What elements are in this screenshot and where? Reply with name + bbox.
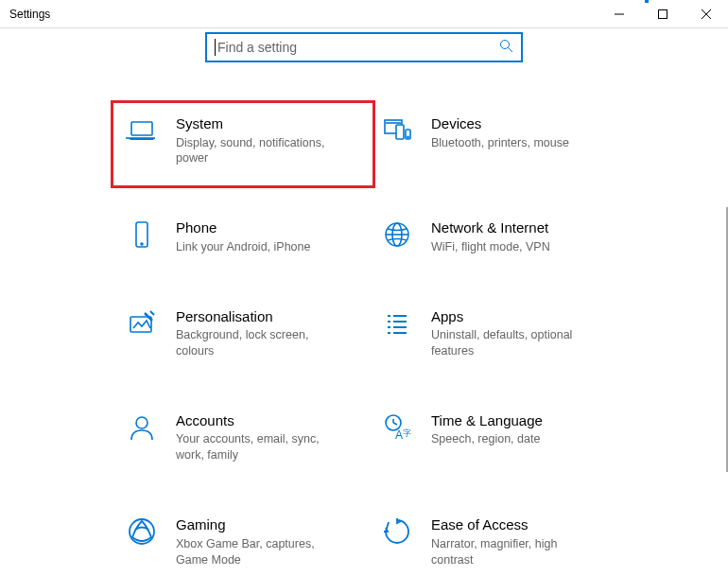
ease-of-access-icon xyxy=(380,515,414,550)
close-button[interactable] xyxy=(685,0,728,27)
category-description: Uninstall, defaults, optional features xyxy=(431,327,592,359)
personalisation-icon xyxy=(125,307,159,341)
svg-point-12 xyxy=(407,136,408,137)
category-text: Ease of AccessNarrator, magnifier, high … xyxy=(431,515,616,567)
category-description: Narrator, magnifier, high contrast xyxy=(431,536,592,568)
category-title: Devices xyxy=(431,114,616,133)
category-gaming[interactable]: GamingXbox Game Bar, captures, Game Mode xyxy=(125,515,361,567)
category-text: SystemDisplay, sound, notifications, pow… xyxy=(176,114,361,166)
minimize-icon xyxy=(615,9,624,19)
category-description: Your accounts, email, sync, work, family xyxy=(176,431,337,463)
close-icon xyxy=(702,9,711,19)
window-controls xyxy=(598,0,728,27)
category-description: Link your Android, iPhone xyxy=(176,239,337,255)
category-text: PersonalisationBackground, lock screen, … xyxy=(176,307,361,359)
svg-line-5 xyxy=(509,47,513,52)
category-devices[interactable]: DevicesBluetooth, printers, mouse xyxy=(380,114,616,166)
search-icon xyxy=(499,39,513,57)
category-title: Ease of Access xyxy=(431,515,616,534)
category-phone[interactable]: PhoneLink your Android, iPhone xyxy=(125,218,361,254)
category-description: Speech, region, date xyxy=(431,431,592,447)
category-personalisation[interactable]: PersonalisationBackground, lock screen, … xyxy=(125,307,361,359)
category-ease[interactable]: Ease of AccessNarrator, magnifier, high … xyxy=(380,515,616,567)
maximize-icon xyxy=(658,9,667,19)
accent-strip xyxy=(645,0,649,3)
phone-icon xyxy=(125,218,159,253)
category-network[interactable]: Network & InternetWiFi, flight mode, VPN xyxy=(380,218,616,254)
svg-rect-6 xyxy=(131,122,152,135)
category-text: GamingXbox Game Bar, captures, Game Mode xyxy=(176,515,361,567)
category-title: System xyxy=(176,114,361,133)
laptop-icon xyxy=(125,114,159,148)
category-description: Display, sound, notifications, power xyxy=(176,135,337,167)
category-title: Apps xyxy=(431,307,616,326)
time-language-icon: A字 xyxy=(380,411,414,445)
category-title: Gaming xyxy=(176,515,361,534)
category-title: Accounts xyxy=(176,411,361,430)
text-cursor xyxy=(215,39,216,56)
svg-point-4 xyxy=(501,40,510,48)
category-system[interactable]: SystemDisplay, sound, notifications, pow… xyxy=(111,100,375,188)
devices-icon xyxy=(380,114,414,148)
svg-point-33 xyxy=(130,519,154,544)
category-text: Time & LanguageSpeech, region, date xyxy=(431,411,616,463)
category-title: Phone xyxy=(176,218,361,237)
category-text: DevicesBluetooth, printers, mouse xyxy=(431,114,616,166)
svg-point-27 xyxy=(136,417,147,428)
category-title: Personalisation xyxy=(176,307,361,326)
category-description: Xbox Game Bar, captures, Game Mode xyxy=(176,536,337,568)
category-accounts[interactable]: AccountsYour accounts, email, sync, work… xyxy=(125,411,361,463)
maximize-button[interactable] xyxy=(641,0,685,27)
category-text: AccountsYour accounts, email, sync, work… xyxy=(176,411,361,463)
titlebar: Settings xyxy=(0,0,728,28)
category-time[interactable]: A字Time & LanguageSpeech, region, date xyxy=(380,411,616,463)
category-title: Network & Internet xyxy=(431,218,616,237)
category-description: WiFi, flight mode, VPN xyxy=(431,239,592,255)
svg-rect-1 xyxy=(659,9,667,18)
category-description: Background, lock screen, colours xyxy=(176,327,337,359)
svg-line-30 xyxy=(393,423,397,425)
search-placeholder: Find a setting xyxy=(217,40,499,55)
svg-point-14 xyxy=(141,243,143,245)
category-title: Time & Language xyxy=(431,411,616,430)
category-text: AppsUninstall, defaults, optional featur… xyxy=(431,307,616,359)
globe-icon xyxy=(380,218,414,253)
search-input[interactable]: Find a setting xyxy=(205,32,523,62)
category-apps[interactable]: AppsUninstall, defaults, optional featur… xyxy=(380,307,616,359)
accounts-icon xyxy=(125,411,159,445)
svg-text:字: 字 xyxy=(403,428,411,438)
minimize-button[interactable] xyxy=(598,0,641,27)
window-title: Settings xyxy=(0,8,50,21)
category-description: Bluetooth, printers, mouse xyxy=(431,135,592,151)
category-text: PhoneLink your Android, iPhone xyxy=(176,218,361,254)
categories-grid: SystemDisplay, sound, notifications, pow… xyxy=(0,62,728,567)
category-text: Network & InternetWiFi, flight mode, VPN xyxy=(431,218,616,254)
apps-icon xyxy=(380,307,414,341)
search-container: Find a setting xyxy=(0,28,728,62)
svg-text:A: A xyxy=(395,428,403,442)
gaming-icon xyxy=(125,515,159,550)
svg-rect-9 xyxy=(396,125,404,139)
